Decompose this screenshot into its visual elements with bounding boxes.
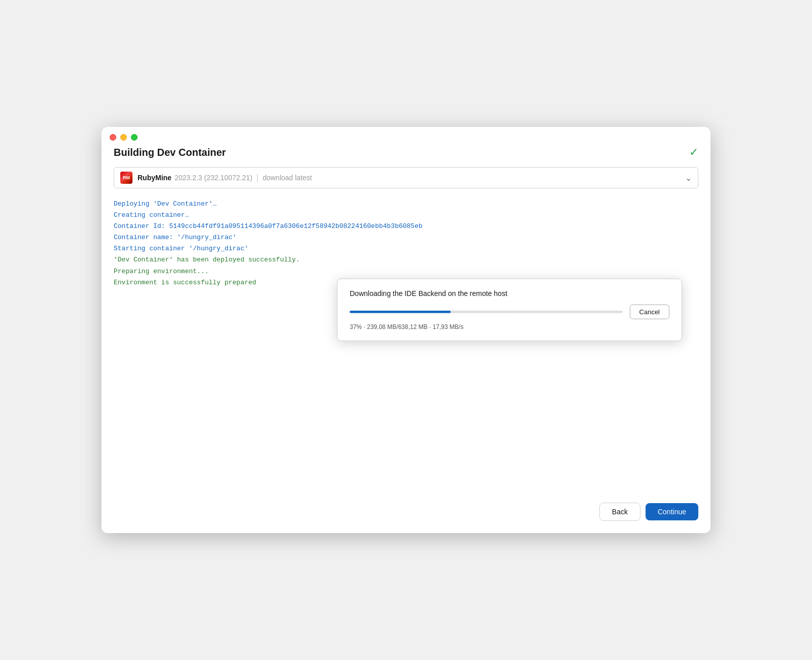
ide-download-link: download latest <box>262 174 312 182</box>
progress-row: Cancel <box>350 305 669 319</box>
progress-stats: 37% · 239,08 MB/638,12 MB · 17,93 MB/s <box>350 323 669 331</box>
log-container: Deploying 'Dev Container'… Creating cont… <box>114 199 698 371</box>
ide-version: 2023.2.3 (232.10072.21) <box>175 174 252 182</box>
log-line: Preparing environment... <box>114 266 698 277</box>
download-dialog: Downloading the IDE Backend on the remot… <box>337 279 682 341</box>
minimize-button[interactable] <box>120 134 127 141</box>
page-title: Building Dev Container <box>114 147 226 158</box>
log-line: 'Dev Container' has been deployed succes… <box>114 254 698 266</box>
log-line: Starting container '/hungry_dirac' <box>114 243 698 254</box>
maximize-button[interactable] <box>131 134 138 141</box>
main-window: Building Dev Container ✓ RM RubyMine 202… <box>101 127 710 533</box>
back-button[interactable]: Back <box>599 503 640 521</box>
cancel-button[interactable]: Cancel <box>630 305 669 319</box>
ide-logo: RM <box>120 172 132 184</box>
ide-separator: | <box>256 173 258 182</box>
header-row: Building Dev Container ✓ <box>114 146 698 159</box>
footer-row: Back Continue <box>599 503 698 521</box>
log-line: Container Id: 5149ccb44fdf91a095114396a0… <box>114 221 698 232</box>
ide-name: RubyMine <box>138 174 172 182</box>
log-line: Creating container… <box>114 210 698 221</box>
check-icon: ✓ <box>689 146 698 159</box>
log-line: Deploying 'Dev Container'… <box>114 199 698 210</box>
titlebar <box>101 127 710 146</box>
ide-selector-dropdown[interactable]: RM RubyMine 2023.2.3 (232.10072.21) | do… <box>114 167 698 188</box>
progress-bar-fill <box>350 311 451 313</box>
close-button[interactable] <box>110 134 116 141</box>
progress-bar-track <box>350 311 623 313</box>
download-dialog-title: Downloading the IDE Backend on the remot… <box>350 289 669 298</box>
chevron-down-icon: ⌄ <box>685 173 692 183</box>
continue-button[interactable]: Continue <box>646 503 698 520</box>
ide-logo-text: RM <box>123 175 130 180</box>
window-content: Building Dev Container ✓ RM RubyMine 202… <box>101 146 710 383</box>
log-line: Container name: '/hungry_dirac' <box>114 232 698 243</box>
log-area: Deploying 'Dev Container'… Creating cont… <box>114 199 698 288</box>
